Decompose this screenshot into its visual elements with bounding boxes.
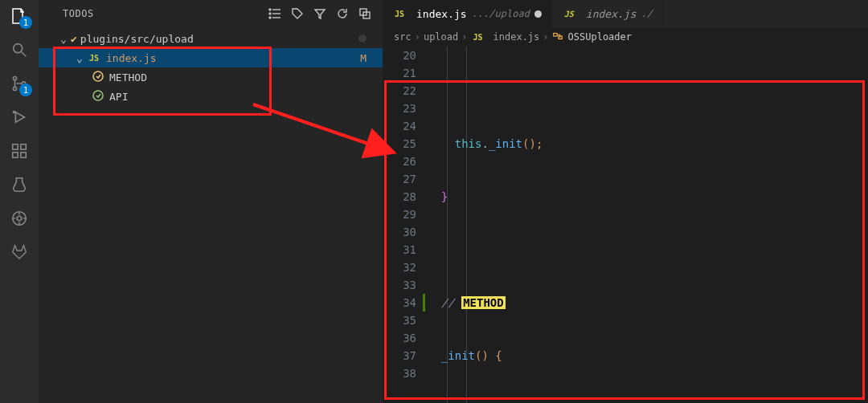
line-number-gutter: 20 21 22 23 24 25 26 27 28 29 30 31 32 3…	[383, 47, 428, 403]
svg-rect-6	[13, 145, 18, 149]
class-icon	[552, 31, 563, 44]
tab-active[interactable]: JS index.js .../upload	[383, 0, 552, 27]
breadcrumbs[interactable]: src › upload › JS index.js › OSSUploader	[383, 27, 868, 47]
gitlab-icon[interactable]	[8, 241, 31, 263]
chevron-down-icon: ⌄	[58, 33, 69, 45]
code-line[interactable]	[428, 241, 868, 258]
javascript-file-icon: JS	[471, 33, 485, 42]
explorer-icon[interactable]: 1	[8, 5, 31, 27]
panel-title: TODOS	[48, 8, 260, 19]
svg-point-17	[269, 17, 271, 18]
code-area[interactable]: 20 21 22 23 24 25 26 27 28 29 30 31 32 3…	[383, 47, 868, 403]
tree-todo-label: API	[109, 91, 128, 103]
tab-label: index.js	[416, 8, 467, 20]
chevron-right-icon: ›	[415, 31, 420, 43]
method-badge-icon	[92, 70, 104, 85]
breadcrumb-part[interactable]: index.js	[493, 31, 540, 43]
file-status-label: M	[360, 52, 371, 64]
tree-file-row[interactable]: ⌄ JS index.js M	[39, 48, 383, 67]
tree-folder-label: plugins/src/upload	[80, 33, 194, 45]
tree-file-label: index.js	[106, 52, 157, 64]
todo-tree: ⌄ ✔ plugins/src/upload ⌄ JS index.js M M…	[39, 27, 383, 106]
svg-point-3	[13, 87, 16, 90]
side-panel: TODOS ⌄ ✔ plugins/src/upload ⌄ JS index.…	[39, 0, 383, 403]
svg-rect-22	[553, 33, 556, 36]
dirty-dot-icon	[358, 35, 366, 43]
chevron-right-icon: ›	[461, 31, 467, 43]
svg-point-2	[13, 76, 16, 79]
tag-icon[interactable]	[289, 7, 305, 20]
chevron-right-icon: ›	[542, 31, 548, 43]
tree-todo-label: METHOD	[109, 71, 147, 83]
svg-point-11	[17, 216, 22, 221]
svg-rect-7	[21, 145, 26, 149]
code-line[interactable]: }	[428, 188, 868, 206]
list-icon[interactable]	[267, 7, 283, 20]
filter-icon[interactable]	[312, 7, 328, 20]
source-control-icon[interactable]: 1	[8, 72, 31, 95]
svg-rect-8	[13, 153, 18, 157]
code-line[interactable]: _init() {	[428, 347, 868, 364]
breadcrumb-class[interactable]: OSSUploader	[568, 31, 632, 43]
chevron-down-icon: ⌄	[74, 52, 85, 64]
check-icon: ✔	[71, 33, 77, 45]
code-body[interactable]: this._init(); } // METHOD _init() { this…	[428, 47, 868, 403]
breadcrumb-part[interactable]: upload	[424, 31, 458, 43]
svg-point-16	[269, 13, 271, 14]
scm-badge: 1	[19, 83, 32, 96]
svg-rect-9	[21, 153, 26, 157]
tab-subpath: ./	[641, 8, 653, 19]
tree-todo-row[interactable]: METHOD	[39, 67, 383, 87]
svg-point-5	[13, 111, 14, 112]
code-line[interactable]: this.client = new OSS(this.config);	[428, 400, 868, 403]
testing-icon[interactable]	[8, 173, 31, 196]
api-badge-icon	[92, 89, 104, 104]
tab-subpath: .../upload	[472, 8, 530, 19]
javascript-file-icon: JS	[87, 54, 101, 63]
refresh-icon[interactable]	[334, 7, 350, 20]
explorer-badge: 1	[19, 16, 32, 29]
debug-icon[interactable]	[8, 106, 31, 128]
activity-bar: 1 1	[0, 0, 39, 403]
svg-point-20	[93, 71, 103, 81]
tree-folder-row[interactable]: ⌄ ✔ plugins/src/upload	[39, 29, 383, 48]
tab-bar: JS index.js .../upload JS index.js ./	[383, 0, 868, 27]
editor-group: JS index.js .../upload JS index.js ./ sr…	[383, 0, 868, 403]
javascript-file-icon: JS	[392, 10, 407, 18]
javascript-file-icon: JS	[562, 10, 576, 18]
tab-inactive[interactable]: JS index.js ./	[552, 0, 663, 27]
search-icon[interactable]	[8, 39, 31, 61]
remote-icon[interactable]	[8, 207, 31, 230]
code-line[interactable]: // METHOD	[428, 294, 868, 311]
collapse-icon[interactable]	[357, 7, 373, 20]
svg-line-1	[22, 52, 27, 57]
tree-todo-row[interactable]: API	[39, 87, 383, 106]
panel-header: TODOS	[39, 0, 383, 27]
extensions-icon[interactable]	[8, 140, 31, 162]
svg-point-15	[269, 9, 271, 10]
modified-dot-icon	[534, 10, 542, 18]
svg-point-21	[93, 91, 103, 100]
breadcrumb-part[interactable]: src	[394, 31, 411, 43]
svg-point-0	[14, 44, 23, 53]
tab-label: index.js	[586, 8, 637, 20]
code-line[interactable]: this._init();	[428, 135, 868, 153]
